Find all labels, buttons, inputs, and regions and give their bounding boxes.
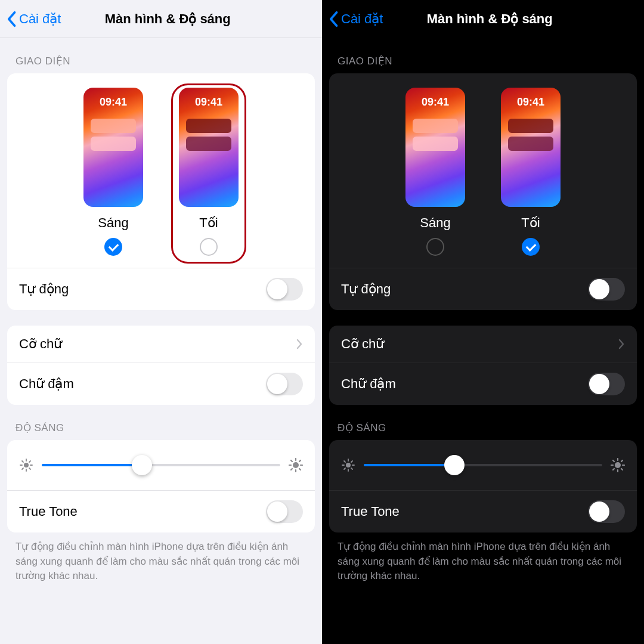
brightness-slider[interactable] bbox=[364, 453, 602, 477]
svg-point-27 bbox=[615, 462, 621, 468]
appearance-card: 09:41 Sáng 09:41 Tối Tự động bbox=[329, 73, 637, 310]
brightness-slider[interactable] bbox=[42, 453, 280, 477]
true-tone-label: True Tone bbox=[341, 504, 400, 519]
preview-widget bbox=[91, 119, 136, 133]
text-size-row[interactable]: Cỡ chữ bbox=[7, 326, 315, 363]
appearance-header: GIAO DIỆN bbox=[322, 38, 644, 73]
svg-point-9 bbox=[293, 462, 299, 468]
preview-widget bbox=[186, 119, 231, 133]
radio-dark[interactable] bbox=[522, 238, 540, 256]
bold-text-toggle[interactable] bbox=[588, 373, 625, 395]
radio-light[interactable] bbox=[426, 238, 444, 256]
slider-thumb[interactable] bbox=[444, 455, 465, 475]
bold-text-row: Chữ đậm bbox=[7, 363, 315, 405]
appearance-option-light[interactable]: 09:41 Sáng bbox=[83, 88, 143, 256]
svg-line-16 bbox=[291, 469, 292, 470]
preview-clock: 09:41 bbox=[405, 96, 465, 109]
sun-large-icon bbox=[289, 458, 303, 472]
svg-line-32 bbox=[613, 460, 614, 462]
svg-line-14 bbox=[291, 460, 292, 462]
true-tone-row: True Tone bbox=[329, 490, 637, 532]
appearance-options: 09:41 Sáng 09:41 Tối bbox=[7, 73, 315, 268]
bold-text-toggle[interactable] bbox=[266, 373, 303, 395]
appearance-option-dark[interactable]: 09:41 Tối bbox=[171, 83, 246, 264]
automatic-row: Tự động bbox=[329, 268, 637, 310]
automatic-toggle[interactable] bbox=[266, 278, 303, 301]
preview-clock: 09:41 bbox=[83, 96, 143, 109]
svg-line-34 bbox=[613, 469, 614, 470]
toggle-knob bbox=[589, 279, 609, 299]
svg-line-8 bbox=[29, 461, 30, 462]
chevron-left-icon bbox=[6, 11, 17, 27]
text-card: Cỡ chữ Chữ đậm bbox=[329, 326, 637, 405]
svg-line-6 bbox=[29, 468, 30, 469]
chevron-left-icon bbox=[328, 11, 339, 27]
automatic-row: Tự động bbox=[7, 268, 315, 310]
slider-fill bbox=[42, 464, 142, 466]
true-tone-toggle[interactable] bbox=[588, 500, 625, 523]
toggle-knob bbox=[267, 279, 287, 299]
preview-widget bbox=[91, 137, 136, 151]
svg-line-17 bbox=[299, 460, 301, 462]
preview-widget bbox=[508, 137, 553, 151]
preview-phone-dark: 09:41 bbox=[179, 88, 239, 207]
svg-line-35 bbox=[621, 460, 623, 462]
brightness-header: ĐỘ SÁNG bbox=[0, 405, 322, 440]
svg-line-26 bbox=[351, 461, 352, 462]
svg-line-23 bbox=[344, 461, 345, 462]
slider-thumb[interactable] bbox=[132, 455, 152, 475]
bold-text-label: Chữ đậm bbox=[19, 376, 74, 392]
svg-point-0 bbox=[24, 463, 29, 467]
automatic-label: Tự động bbox=[341, 281, 391, 297]
brightness-slider-row bbox=[7, 440, 315, 490]
sun-large-icon bbox=[611, 458, 625, 472]
text-size-row[interactable]: Cỡ chữ bbox=[329, 326, 637, 363]
appearance-card: 09:41 Sáng 09:41 Tối Tự động bbox=[7, 73, 315, 310]
preview-widget bbox=[413, 137, 458, 151]
chevron-right-icon bbox=[296, 339, 303, 349]
settings-pane-light: Cài đặt Màn hình & Độ sáng GIAO DIỆN 09:… bbox=[0, 0, 322, 644]
settings-pane-dark: Cài đặt Màn hình & Độ sáng GIAO DIỆN 09:… bbox=[322, 0, 644, 644]
appearance-header: GIAO DIỆN bbox=[0, 38, 322, 73]
appearance-option-dark[interactable]: 09:41 Tối bbox=[501, 88, 561, 256]
automatic-toggle[interactable] bbox=[588, 278, 625, 301]
brightness-card: True Tone bbox=[329, 440, 637, 532]
appearance-label-dark: Tối bbox=[521, 215, 540, 231]
true-tone-footer: Tự động điều chỉnh màn hình iPhone dựa t… bbox=[322, 532, 644, 584]
preview-phone-dark: 09:41 bbox=[501, 88, 561, 207]
true-tone-toggle[interactable] bbox=[266, 500, 303, 523]
svg-line-24 bbox=[351, 468, 352, 469]
preview-clock: 09:41 bbox=[501, 96, 561, 109]
text-size-label: Cỡ chữ bbox=[341, 336, 384, 352]
appearance-label-light: Sáng bbox=[98, 215, 128, 231]
radio-dark[interactable] bbox=[200, 238, 218, 256]
toggle-knob bbox=[267, 374, 287, 394]
appearance-option-light[interactable]: 09:41 Sáng bbox=[405, 88, 465, 256]
radio-light[interactable] bbox=[104, 238, 122, 256]
bold-text-row: Chữ đậm bbox=[329, 363, 637, 405]
toggle-knob bbox=[589, 374, 609, 394]
automatic-label: Tự động bbox=[19, 281, 69, 297]
svg-line-5 bbox=[22, 461, 23, 462]
toggle-knob bbox=[267, 501, 287, 522]
preview-phone-light: 09:41 bbox=[405, 88, 465, 207]
true-tone-footer: Tự động điều chỉnh màn hình iPhone dựa t… bbox=[0, 532, 322, 584]
preview-widget bbox=[186, 137, 231, 151]
brightness-card: True Tone bbox=[7, 440, 315, 532]
svg-line-15 bbox=[299, 469, 301, 470]
bold-text-label: Chữ đậm bbox=[341, 376, 396, 392]
appearance-label-dark: Tối bbox=[199, 215, 218, 231]
sun-small-icon bbox=[19, 458, 33, 472]
toggle-knob bbox=[589, 501, 609, 522]
true-tone-label: True Tone bbox=[19, 504, 78, 519]
brightness-header: ĐỘ SÁNG bbox=[322, 405, 644, 440]
svg-line-33 bbox=[621, 469, 623, 470]
page-title: Màn hình & Độ sáng bbox=[19, 11, 316, 27]
preview-clock: 09:41 bbox=[179, 96, 239, 109]
text-size-label: Cỡ chữ bbox=[19, 336, 62, 352]
appearance-label-light: Sáng bbox=[420, 215, 450, 231]
chevron-right-icon bbox=[618, 339, 625, 349]
nav-bar: Cài đặt Màn hình & Độ sáng bbox=[0, 0, 322, 38]
preview-widget bbox=[508, 119, 553, 133]
brightness-slider-row bbox=[329, 440, 637, 490]
